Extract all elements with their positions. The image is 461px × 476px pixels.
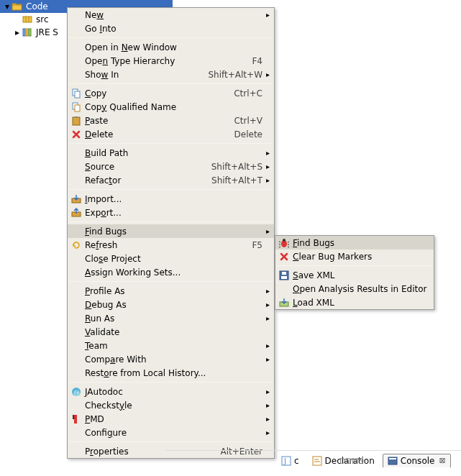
svg-rect-7 [75, 105, 80, 111]
menu-item[interactable]: Run As▸ [68, 311, 274, 325]
copy-icon [70, 88, 82, 99]
menu-separator [69, 83, 273, 84]
tree-node-label: JRE S [35, 27, 60, 37]
menu-item[interactable]: Go Into [68, 22, 274, 35]
menu-item[interactable]: Export... [68, 206, 274, 219]
menu-item-label: Assign Working Sets... [85, 267, 257, 278]
svg-rect-1 [23, 29, 25, 36]
menu-item-label: Paste [85, 116, 228, 126]
menu-item[interactable]: Clear Bug Markers [275, 250, 434, 263]
svg-text:@: @ [73, 389, 80, 396]
submenu-arrow-icon: ▸ [263, 401, 270, 409]
menu-separator [69, 221, 273, 222]
menu-item-label: Load XML [293, 298, 429, 308]
menu-item[interactable]: PasteCtrl+V [68, 114, 274, 127]
menu-item-label: Copy [85, 88, 228, 99]
svg-rect-24 [313, 457, 321, 465]
expand-toggle[interactable]: ▾ [3, 1, 12, 12]
submenu-arrow-icon: ▸ [263, 176, 270, 184]
submenu-arrow-icon: ▸ [263, 388, 270, 395]
menu-item[interactable]: @JAutodoc▸ [68, 385, 274, 398]
menu-item[interactable]: SourceShift+Alt+S▸ [68, 160, 274, 173]
close-icon[interactable]: ⊠ [439, 456, 445, 465]
tab-javadoc[interactable]: J c [276, 454, 304, 468]
menu-icon-empty [70, 354, 82, 365]
menu-icon-empty [70, 147, 82, 159]
menu-item-label: Find Bugs [85, 226, 257, 237]
menu-item-label: Restore from Local History... [85, 368, 257, 378]
menu-item[interactable]: Open Type HierarchyF4 [68, 54, 274, 68]
submenu-arrow-icon: ▸ [263, 149, 270, 157]
expand-toggle[interactable]: ▸ [13, 27, 22, 37]
menu-item[interactable]: Open Analysis Results in Editor [275, 282, 434, 296]
submenu-arrow-icon: ▸ [263, 70, 270, 78]
submenu-arrow-icon: ▸ [263, 314, 270, 322]
menu-item[interactable]: Assign Working Sets... [68, 265, 274, 279]
menu-item-label: Run As [85, 313, 257, 324]
menu-icon-empty [70, 313, 82, 324]
menu-item[interactable]: Debug As▸ [68, 298, 274, 311]
menu-accelerator: Shift+Alt+T [211, 175, 263, 186]
tree-node-label: Code [24, 1, 50, 12]
load-icon [278, 297, 290, 308]
menu-item[interactable]: Open in New Window [68, 40, 274, 54]
menu-item[interactable]: Compare With▸ [68, 352, 274, 366]
menu-item-label: Open Analysis Results in Editor [293, 284, 429, 294]
tab-label: Console [401, 456, 435, 466]
menu-item[interactable]: Team▸ [68, 339, 274, 352]
menu-item[interactable]: PMD▸ [68, 412, 274, 426]
menu-item[interactable]: Close Project [68, 252, 274, 265]
menu-item-label: PMD [85, 414, 257, 424]
svg-rect-22 [282, 457, 291, 465]
menu-item[interactable]: RefreshF5 [68, 238, 274, 252]
menu-icon-empty [70, 55, 82, 67]
copy-qual-icon [70, 101, 82, 113]
context-menu: New▸Go IntoOpen in New WindowOpen Type H… [67, 7, 275, 459]
menu-item[interactable]: Import... [68, 192, 274, 206]
menu-item[interactable]: Show InShift+Alt+W▸ [68, 68, 274, 81]
menu-item-label: Team [85, 341, 257, 351]
menu-item[interactable]: Validate [68, 325, 274, 339]
svg-rect-15 [73, 415, 74, 419]
submenu-arrow-icon: ▸ [263, 415, 270, 423]
menu-icon-empty [70, 23, 82, 35]
import-icon [70, 193, 82, 205]
javadoc-icon: J [281, 456, 291, 466]
menu-item-label: JAutodoc [85, 387, 257, 397]
menu-item[interactable]: Copy Qualified Name [68, 100, 274, 114]
menu-item[interactable]: DeleteDelete [68, 127, 274, 141]
menu-icon-empty [70, 367, 82, 379]
menu-separator [69, 189, 273, 190]
menu-item[interactable]: Build Path▸ [68, 146, 274, 160]
submenu-arrow-icon: ▸ [263, 301, 270, 308]
menu-item-label: Refactor [85, 175, 206, 186]
menu-item[interactable]: Find Bugs [275, 236, 434, 250]
menu-icon-empty [70, 175, 82, 186]
menu-item[interactable]: Save XML [275, 268, 434, 282]
menu-icon-empty [278, 283, 290, 295]
tab-label: c [294, 456, 299, 466]
menu-item[interactable]: Load XML [275, 296, 434, 309]
menu-item[interactable]: New▸ [68, 8, 274, 22]
tab-console[interactable]: Console ⊠ [383, 454, 451, 468]
menu-item-label: Build Path [85, 148, 257, 158]
menu-icon-empty [70, 9, 82, 21]
submenu-arrow-icon: ▸ [263, 287, 270, 295]
menu-item[interactable]: Checkstyle▸ [68, 398, 274, 412]
menu-icon-empty [70, 42, 82, 53]
menu-icon-empty [70, 161, 82, 173]
submenu-arrow-icon: ▸ [263, 227, 270, 235]
menu-item[interactable]: Find Bugs▸ [68, 224, 274, 238]
menu-item[interactable]: Restore from Local History... [68, 366, 274, 380]
menu-item-label: Compare With [85, 354, 257, 365]
menu-icon-empty [70, 299, 82, 311]
menu-item[interactable]: Profile As▸ [68, 284, 274, 298]
menu-item[interactable]: CopyCtrl+C [68, 86, 274, 100]
svg-point-17 [283, 239, 286, 242]
menu-item[interactable]: Configure▸ [68, 426, 274, 439]
menu-icon-empty [70, 326, 82, 338]
svg-rect-8 [73, 117, 80, 125]
menu-item[interactable]: RefactorShift+Alt+T▸ [68, 173, 274, 187]
submenu-arrow-icon: ▸ [263, 429, 270, 436]
tree-node-label: src [35, 14, 50, 24]
